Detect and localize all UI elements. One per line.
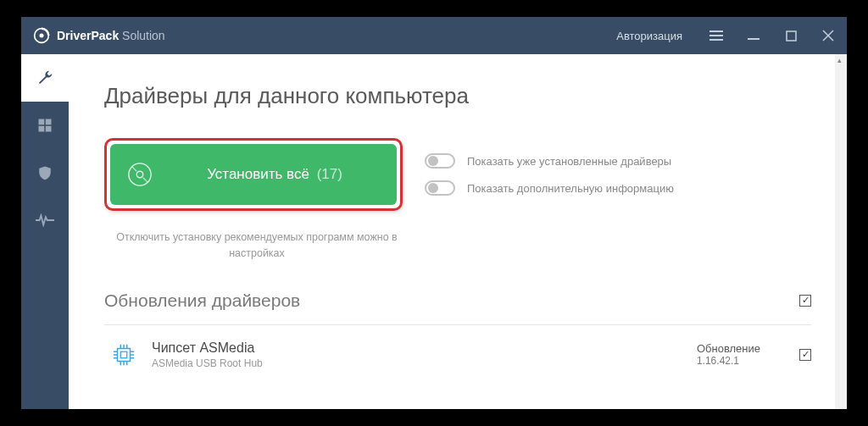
close-button[interactable]	[810, 17, 847, 54]
svg-rect-17	[118, 348, 131, 361]
auth-link[interactable]: Авторизация	[601, 30, 698, 42]
switch-icon	[425, 180, 455, 196]
sidebar-item-security[interactable]	[21, 149, 69, 196]
app-window: DriverPack Solution Авторизация	[21, 17, 847, 409]
svg-rect-12	[46, 126, 52, 132]
toggle-label: Показать дополнительную информацию	[467, 182, 674, 195]
maximize-icon	[786, 30, 797, 41]
sidebar	[21, 54, 69, 409]
shield-icon	[37, 164, 53, 181]
driver-meta: Чипсет ASMedia ASMedia USB Root Hub	[152, 340, 682, 369]
svg-rect-6	[787, 31, 796, 41]
app-logo: DriverPack Solution	[21, 27, 177, 44]
grid-icon	[37, 118, 53, 133]
app-body: Драйверы для данного компьютера Установи…	[21, 54, 847, 409]
close-icon	[822, 30, 834, 41]
titlebar: DriverPack Solution Авторизация	[21, 17, 847, 54]
driver-status: Обновление	[697, 342, 760, 355]
sidebar-item-apps[interactable]	[21, 102, 69, 149]
svg-point-1	[40, 34, 44, 38]
wrench-icon	[36, 69, 53, 86]
toggle-label: Показать уже установленные драйверы	[467, 155, 671, 168]
main-content: Драйверы для данного компьютера Установи…	[69, 54, 847, 409]
svg-rect-18	[120, 351, 127, 358]
svg-rect-10	[46, 119, 52, 125]
svg-rect-11	[39, 126, 45, 132]
minimize-icon	[748, 30, 760, 41]
brand-text: DriverPack Solution	[57, 29, 165, 42]
section-header-updates: Обновления драйверов ✓	[104, 290, 811, 319]
menu-button[interactable]	[698, 17, 735, 54]
maximize-button[interactable]	[772, 17, 810, 54]
vertical-scrollbar[interactable]: ▴	[835, 54, 847, 409]
hamburger-icon	[709, 30, 723, 41]
settings-hint: Отключить установку рекомендуемых програ…	[104, 230, 409, 262]
toggle-show-more[interactable]: Показать дополнительную информацию	[425, 180, 674, 196]
switch-icon	[425, 153, 455, 169]
sidebar-item-drivers[interactable]	[21, 54, 69, 102]
pulse-icon	[36, 213, 54, 227]
toggle-show-installed[interactable]: Показать уже установленные драйверы	[425, 153, 674, 169]
driver-row[interactable]: Чипсет ASMedia ASMedia USB Root Hub Обно…	[104, 325, 811, 369]
svg-rect-9	[39, 119, 45, 125]
chip-icon	[111, 342, 136, 368]
select-all-checkbox[interactable]: ✓	[799, 295, 811, 307]
driver-version: 1.16.42.1	[697, 355, 760, 367]
svg-line-15	[132, 167, 137, 172]
page-title: Драйверы для данного компьютера	[104, 83, 811, 109]
install-label: Установить всё (17)	[170, 166, 380, 183]
sidebar-item-diagnostics[interactable]	[21, 196, 69, 244]
driver-name: Чипсет ASMedia	[152, 340, 682, 356]
brand-icon	[33, 27, 50, 44]
scroll-up-icon: ▴	[837, 56, 842, 64]
install-all-button[interactable]: Установить всё (17)	[110, 144, 397, 205]
minimize-button[interactable]	[735, 17, 772, 54]
svg-point-14	[136, 171, 143, 178]
driver-subtitle: ASMedia USB Root Hub	[152, 357, 682, 369]
driver-checkbox[interactable]: ✓	[799, 349, 811, 361]
section-title: Обновления драйверов	[104, 290, 300, 311]
hero-row: Установить всё (17) Показать уже установ…	[104, 138, 811, 211]
disc-icon	[127, 162, 153, 187]
driver-status-block: Обновление 1.16.42.1	[697, 342, 760, 367]
svg-line-16	[143, 178, 148, 183]
install-highlight: Установить всё (17)	[104, 138, 403, 211]
toggle-group: Показать уже установленные драйверы Пока…	[425, 153, 674, 196]
